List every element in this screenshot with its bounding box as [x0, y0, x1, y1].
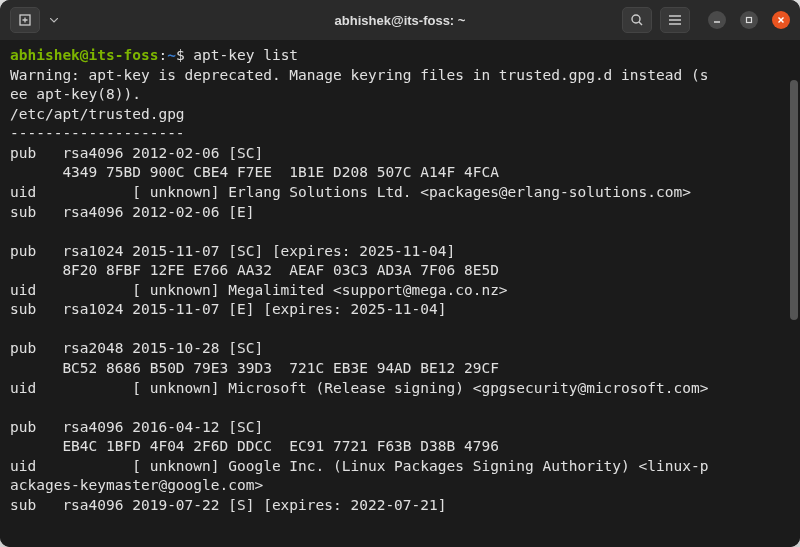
- output-line: 4349 75BD 900C CBE4 F7EE 1B1E D208 507C …: [10, 164, 499, 180]
- output-line: 8F20 8FBF 12FE E766 AA32 AEAF 03C3 AD3A …: [10, 262, 499, 278]
- output-line: /etc/apt/trusted.gpg: [10, 106, 185, 122]
- close-button[interactable]: [772, 11, 790, 29]
- close-icon: [776, 15, 786, 25]
- terminal-content[interactable]: abhishek@its-foss:~$ apt-key list Warnin…: [0, 40, 800, 547]
- output-line: sub rsa1024 2015-11-07 [E] [expires: 202…: [10, 301, 447, 317]
- titlebar: abhishek@its-foss: ~: [0, 0, 800, 40]
- output-line: uid [ unknown] Megalimited <support@mega…: [10, 282, 508, 298]
- output-line: sub rsa4096 2019-07-22 [S] [expires: 202…: [10, 497, 447, 513]
- terminal-window: abhishek@its-foss: ~ abhishek@its-fos: [0, 0, 800, 547]
- search-button[interactable]: [622, 7, 652, 33]
- chevron-down-icon: [50, 18, 58, 23]
- svg-line-4: [639, 22, 642, 25]
- new-tab-icon: [18, 13, 32, 27]
- window-controls: [708, 11, 790, 29]
- prompt-user-host: abhishek@its-foss: [10, 47, 158, 63]
- output-line: ee apt-key(8)).: [10, 86, 141, 102]
- titlebar-left-controls: [10, 7, 63, 33]
- scrollbar-thumb[interactable]: [790, 80, 798, 320]
- prompt-path: ~: [167, 47, 176, 63]
- output-line: pub rsa4096 2012-02-06 [SC]: [10, 145, 263, 161]
- output-line: pub rsa4096 2016-04-12 [SC]: [10, 419, 263, 435]
- output-line: EB4C 1BFD 4F04 2F6D DDCC EC91 7721 F63B …: [10, 438, 499, 454]
- output-line: BC52 8686 B50D 79E3 39D3 721C EB3E 94AD …: [10, 360, 499, 376]
- svg-point-3: [632, 15, 640, 23]
- output-line: sub rsa4096 2012-02-06 [E]: [10, 204, 254, 220]
- maximize-button[interactable]: [740, 11, 758, 29]
- minimize-button[interactable]: [708, 11, 726, 29]
- window-title: abhishek@its-foss: ~: [335, 13, 466, 28]
- hamburger-icon: [668, 14, 682, 26]
- hamburger-menu-button[interactable]: [660, 7, 690, 33]
- maximize-icon: [744, 15, 754, 25]
- output-line: uid [ unknown] Microsoft (Release signin…: [10, 380, 708, 396]
- output-line: --------------------: [10, 125, 185, 141]
- svg-rect-9: [747, 18, 752, 23]
- output-line: pub rsa2048 2015-10-28 [SC]: [10, 340, 263, 356]
- output-line: pub rsa1024 2015-11-07 [SC] [expires: 20…: [10, 243, 455, 259]
- new-tab-button[interactable]: [10, 7, 40, 33]
- search-icon: [630, 13, 644, 27]
- output-line: uid [ unknown] Google Inc. (Linux Packag…: [10, 458, 708, 474]
- output-line: ackages-keymaster@google.com>: [10, 477, 263, 493]
- titlebar-right-controls: [622, 7, 790, 33]
- output-line: Warning: apt-key is deprecated. Manage k…: [10, 67, 708, 83]
- output-line: uid [ unknown] Erlang Solutions Ltd. <pa…: [10, 184, 691, 200]
- minimize-icon: [712, 15, 722, 25]
- new-tab-dropdown[interactable]: [45, 7, 63, 33]
- prompt-separator: :: [158, 47, 167, 63]
- prompt-dollar: $: [176, 47, 185, 63]
- command-text: apt-key list: [193, 47, 298, 63]
